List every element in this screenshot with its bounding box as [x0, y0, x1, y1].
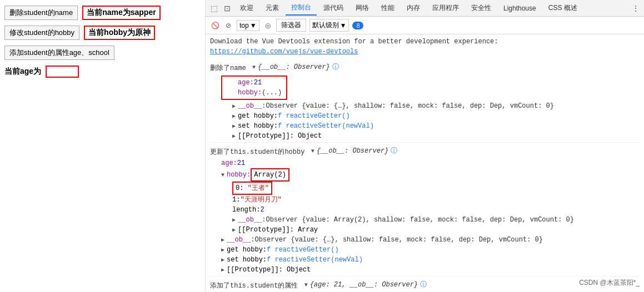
error-badge: 8 [352, 22, 363, 29]
entry1-ob-expand[interactable]: ▶ [232, 102, 236, 110]
tab-console[interactable]: 控制台 [286, 1, 317, 16]
log-entry-1: 删除了name ▼ {__ob__: Observer} ⓘ age: 21 h… [210, 59, 640, 143]
left-panel: 删除student的name 当前name为sapper 修改student的h… [0, 0, 206, 292]
tab-sources[interactable]: 源代码 [318, 1, 349, 15]
row-modify-hobby: 修改student的hobby 当前hobby为原神 [4, 26, 201, 40]
tab-memory[interactable]: 内存 [401, 1, 426, 15]
entry3-label: 添加了this.student的属性 [210, 281, 298, 291]
watermark: CSDN @木蓝茶阳*_ [579, 278, 640, 288]
entry3-info-icon[interactable]: ⓘ [420, 280, 427, 290]
tab-performance[interactable]: 性能 [376, 1, 400, 15]
row-add-props: 添加student的属性age、school [4, 46, 201, 60]
entry2-arr-proto-expand[interactable]: ▶ [232, 226, 236, 234]
info-text-line1: Download the Vue Devtools extension for … [210, 38, 498, 46]
top-select[interactable]: top ▼ [237, 20, 259, 31]
tab-network[interactable]: 网络 [350, 1, 375, 15]
log-entry-2: 更新了this.student的hobby ▼ {__ob__: Observe… [210, 143, 640, 276]
add-props-button[interactable]: 添加student的属性age、school [4, 46, 114, 60]
entry2-getter-expand[interactable]: ▶ [221, 246, 224, 254]
tab-css-overview[interactable]: CSS 概述 [543, 1, 583, 15]
default-level-label: 默认级别 [312, 21, 339, 30]
console-content: Download the Vue Devtools extension for … [206, 34, 644, 292]
devtools-toolbar: 🚫 ⊘ top ▼ ◎ 筛选器 默认级别 ▼ 8 [206, 17, 644, 34]
device-icon[interactable]: ⊡ [221, 2, 233, 14]
hobby-status: 当前hobby为原神 [84, 26, 155, 40]
age-input[interactable] [46, 66, 79, 78]
clear-icon[interactable]: 🚫 [210, 21, 220, 31]
entry1-info-icon[interactable]: ⓘ [332, 62, 339, 72]
row-delete-name: 删除student的name 当前name为sapper [4, 6, 201, 20]
modify-hobby-button[interactable]: 修改student的hobby [4, 26, 79, 40]
eye-icon[interactable]: ◎ [263, 21, 273, 31]
entry2-proto-expand[interactable]: ▶ [221, 266, 224, 274]
row-age: 当前age为 [4, 66, 201, 78]
default-level-select[interactable]: 默认级别 ▼ [309, 19, 350, 32]
age-label: 当前age为 [4, 67, 41, 77]
entry2-expand[interactable]: ▼ [311, 147, 314, 155]
default-level-arrow: ▼ [340, 22, 347, 29]
cursor-icon[interactable]: ⬚ [208, 2, 220, 14]
entry2-setter-expand[interactable]: ▶ [221, 256, 224, 264]
entry2-ob-expand[interactable]: ▶ [221, 236, 224, 244]
entry3-expand[interactable]: ▼ [304, 281, 308, 289]
tab-security[interactable]: 安全性 [466, 1, 497, 15]
tab-application[interactable]: 应用程序 [427, 1, 465, 15]
devtools-link[interactable]: https://github.com/vuejs/vue-devtools [210, 48, 358, 56]
top-select-label: top [239, 22, 249, 29]
settings-icon[interactable]: ⋮ [630, 2, 642, 14]
name-status: 当前name为sapper [82, 6, 160, 20]
entry1-getter-expand[interactable]: ▶ [232, 112, 236, 120]
entry2-label: 更新了this.student的hobby [210, 147, 304, 157]
devtools-info: Download the Vue Devtools extension for … [210, 37, 640, 57]
stop-icon[interactable]: ⊘ [223, 21, 233, 31]
tab-lighthouse[interactable]: Lighthouse [498, 2, 542, 14]
entry2-arr-ob-expand[interactable]: ▶ [232, 216, 236, 224]
entry1-highlight-box: age: 21 hobby: (...) [221, 75, 287, 100]
delete-name-button[interactable]: 删除student的name [4, 6, 78, 20]
entry2-hobby-expand[interactable]: ▼ [221, 171, 224, 179]
entry1-setter-expand[interactable]: ▶ [232, 122, 236, 130]
entry1-label: 删除了name [210, 63, 246, 73]
entry2-item0-highlight: 0: "王者" [232, 182, 272, 195]
devtools-panel: ⬚ ⊡ 欢迎 元素 控制台 源代码 网络 性能 内存 应用程序 安全性 Ligh… [206, 0, 644, 292]
log-entry-3: 添加了this.student的属性 ▼ {age: 21, __ob__: O… [210, 276, 640, 292]
entry2-info-icon[interactable]: ⓘ [391, 146, 397, 156]
entry2-hobby-highlight: Array(2) [251, 168, 289, 182]
tab-elements[interactable]: 元素 [260, 1, 284, 15]
devtools-nav: ⬚ ⊡ 欢迎 元素 控制台 源代码 网络 性能 内存 应用程序 安全性 Ligh… [206, 0, 644, 17]
entry1-proto-expand[interactable]: ▶ [232, 132, 236, 140]
entry1-expand[interactable]: ▼ [252, 63, 256, 72]
tab-welcome[interactable]: 欢迎 [234, 1, 259, 15]
filter-button[interactable]: 筛选器 [276, 19, 306, 32]
top-select-arrow: ▼ [250, 22, 257, 29]
